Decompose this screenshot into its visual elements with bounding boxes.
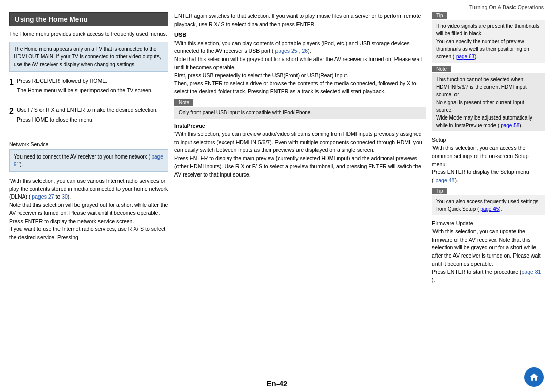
- setup-label: Setup: [432, 136, 545, 143]
- tip2-box: You can also access frequently used sett…: [432, 195, 545, 215]
- page-footer: En-42: [0, 375, 554, 392]
- instaprevue-label: InstaPrevue: [174, 123, 426, 129]
- step2-line2: Press HOME to close the menu.: [17, 116, 168, 124]
- enter-text: ENTER again switches to that selection. …: [174, 12, 426, 29]
- home-icon: [529, 372, 539, 382]
- section-title: Using the Home Menu: [9, 12, 168, 26]
- usb-body: 'With this selection, you can play conte…: [174, 40, 426, 96]
- usb-label: USB: [174, 32, 426, 38]
- tip1-label: Tip: [432, 12, 447, 19]
- dlna-link[interactable]: pages 27: [32, 193, 54, 200]
- setup-body: 'With this selection, you can access the…: [432, 144, 545, 185]
- tip2-link[interactable]: page 45: [480, 206, 499, 212]
- step2-num: 2: [9, 106, 14, 116]
- right-note-wrapper: Note This function cannot be selected wh…: [432, 66, 545, 131]
- network-service-label: Network Service: [9, 141, 168, 147]
- tip1-box: If no video signals are present the thum…: [432, 20, 545, 63]
- page-number: En-42: [10, 379, 544, 388]
- step1-block: 1 Press RECEIVER followed by HOME. The H…: [9, 77, 168, 96]
- firmware-label: Firmware Update: [432, 220, 545, 226]
- header-title: Turning On & Basic Operations: [469, 4, 544, 10]
- network-body: 'With this selection, you can use variou…: [9, 177, 168, 242]
- hdmi-info-text: The Home menu appears only on a TV that …: [14, 46, 161, 67]
- note-label: Note: [174, 99, 193, 106]
- setup-link[interactable]: page 48: [435, 177, 454, 183]
- step2-block: 2 Use F/ S or R X and ENTER to make the …: [9, 106, 168, 126]
- step1-num: 1: [9, 77, 14, 87]
- step1-line2: The Home menu will be superimposed on th…: [17, 87, 168, 95]
- right-note-box: This function cannot be selected when: H…: [432, 73, 545, 131]
- firmware-section: Firmware Update 'With this selection, yo…: [432, 220, 545, 284]
- firmware-link[interactable]: page 81: [521, 269, 541, 275]
- instaprevue-body: 'With this selection, you can preview au…: [174, 130, 426, 179]
- page-header: Turning On & Basic Operations: [0, 0, 554, 12]
- firmware-body: 'With this selection, you can update the…: [432, 228, 545, 284]
- tip1-link[interactable]: page 63: [456, 54, 474, 60]
- note-box: Only front-panel USB input is compatible…: [174, 107, 426, 119]
- intro-text: The Home menu provides quick access to f…: [9, 30, 168, 38]
- middle-column: ENTER again switches to that selection. …: [174, 12, 426, 374]
- left-column: Using the Home Menu The Home menu provid…: [9, 12, 168, 374]
- right-column: Tip If no video signals are present the …: [432, 12, 545, 374]
- step1-line1: Press RECEIVER followed by HOME.: [17, 77, 168, 85]
- tip2-label: Tip: [432, 188, 447, 194]
- dlna-link2[interactable]: 30: [62, 193, 68, 200]
- right-note-label: Note: [432, 66, 451, 72]
- tip1-wrapper: Tip If no video signals are present the …: [432, 12, 545, 63]
- usb-pages-link[interactable]: pages 25 , 26: [275, 48, 308, 54]
- network-info-box: You need to connect the AV receiver to y…: [9, 149, 168, 172]
- hdmi-info-box: The Home menu appears only on a TV that …: [9, 42, 168, 72]
- tip2-wrapper: Tip You can also access frequently used …: [432, 188, 545, 215]
- usb-note-wrapper: Note Only front-panel USB input is compa…: [174, 99, 426, 119]
- home-button[interactable]: [524, 367, 544, 387]
- setup-section: Setup 'With this selection, you can acce…: [432, 136, 545, 185]
- network-link[interactable]: page 91: [14, 154, 163, 167]
- note-page-link[interactable]: page 58: [501, 123, 519, 128]
- step2-line1: Use F/ S or R X and ENTER to make the de…: [17, 106, 168, 114]
